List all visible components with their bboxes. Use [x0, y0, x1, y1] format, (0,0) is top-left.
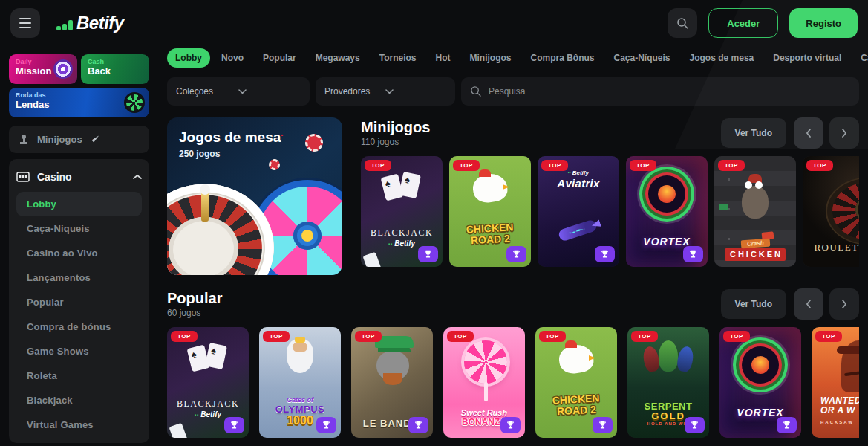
game-art-text: 1000 [287, 415, 313, 426]
top-badge: TOP [263, 331, 290, 342]
sidebar-item-popular[interactable]: Popular [16, 290, 142, 314]
jogos-de-mesa-category-card[interactable]: Jogos de mesa• 250 jogos [167, 117, 342, 275]
header-search-button[interactable] [668, 8, 697, 38]
sidebar-item-lançamentos[interactable]: Lançamentos [16, 265, 142, 290]
chevron-down-icon [385, 89, 446, 94]
trophy-badge[interactable] [418, 246, 438, 262]
tab-hot[interactable]: Hot [427, 48, 458, 68]
roda-das-lendas-banner[interactable]: Roda das Lendas [9, 88, 149, 117]
minijogos-prev-button[interactable] [794, 117, 823, 149]
tab-novo[interactable]: Novo [213, 48, 252, 68]
popular-next-button[interactable] [829, 288, 859, 320]
popular-section: Popular60 jogosVer TudoBLACKJACKBetifyTO… [167, 288, 859, 438]
cash-back-banner[interactable]: Cash Back [81, 54, 149, 84]
register-button[interactable]: Registo [789, 8, 858, 38]
game-card-roulette[interactable]: ROULETTETOP [803, 156, 859, 267]
sidebar-item-lobby[interactable]: Lobby [16, 192, 142, 216]
trophy-badge[interactable] [506, 246, 526, 262]
roulette-wheel-illustration [167, 175, 282, 275]
game-card-crash-chicken[interactable]: CrashCHICKENTOP [714, 156, 796, 267]
game-art-text: CHICKEN [725, 248, 786, 261]
tab-caça-níqueis[interactable]: Caça-Níqueis [606, 48, 679, 68]
game-art-text: ROULETTE [814, 242, 859, 253]
game-artwork: WANTEDOR A WHACKSAW [812, 327, 859, 438]
menu-toggle-button[interactable] [10, 8, 40, 38]
sidebar: Daily Mission Cash Back Roda das Lendas [9, 46, 149, 446]
game-card-blackjack[interactable]: BLACKJACKBetifyTOP [361, 156, 443, 267]
sidebar-item-virtual-games[interactable]: Virtual Games [16, 413, 142, 437]
chevron-left-icon [806, 300, 812, 308]
tab-torneios[interactable]: Torneios [371, 48, 425, 68]
tab-popular[interactable]: Popular [255, 48, 304, 68]
popular-view-all-button[interactable]: Ver Tudo [721, 289, 786, 319]
joystick-icon [18, 134, 30, 146]
casino-chip-icon [303, 132, 326, 155]
game-card-serpent-gold[interactable]: SERPENTGOLDHOLD AND WINTOP [627, 327, 709, 438]
trophy-badge[interactable] [685, 417, 705, 433]
trophy-icon [506, 421, 515, 430]
sidebar-casino-header[interactable]: Casino [16, 162, 142, 192]
trophy-badge[interactable] [777, 417, 797, 433]
tab-minijogos[interactable]: Minijogos [461, 48, 519, 68]
top-badge: TOP [718, 160, 745, 171]
trophy-badge[interactable] [408, 417, 428, 433]
game-card-sweet-rush-bonanza[interactable]: Sweet RushBONANZATOP [443, 327, 525, 438]
daily-mission-banner[interactable]: Daily Mission [9, 54, 77, 84]
game-art-text: OR A W [820, 406, 855, 416]
trophy-badge[interactable] [595, 246, 615, 262]
tab-desporto-virtual[interactable]: Desporto virtual [765, 48, 849, 68]
section-game-count: 110 jogos [361, 137, 721, 147]
sidebar-item-roleta[interactable]: Roleta [16, 363, 142, 388]
game-artwork: CrashCHICKEN [714, 156, 796, 267]
providers-select[interactable]: Provedores [316, 77, 455, 106]
tab-compra-bônus[interactable]: Compra Bônus [522, 48, 602, 68]
section-titles: Popular60 jogos [167, 290, 721, 318]
sidebar-item-casino-ao-vivo[interactable]: Casino ao Vivo [16, 241, 142, 265]
game-art-text: Crash [740, 239, 769, 249]
game-card-wanted-dead-or-a-wild[interactable]: WANTEDOR A WHACKSAWTOP [812, 327, 859, 438]
tab-lobby[interactable]: Lobby [167, 48, 210, 68]
game-art-text: HACKSAW [820, 420, 854, 424]
game-card-vortex[interactable]: VORTEXTOP [719, 327, 801, 438]
minijogos-cards-row: BLACKJACKBetifyTOPCHICKENROAD 2TOPBetify… [361, 156, 859, 267]
sidebar-item-caça-niqueis[interactable]: Caça-Niqueis [16, 216, 142, 241]
game-card-aviatrix[interactable]: BetifyAviatrixTOP [538, 156, 619, 267]
game-art-text: Betify [568, 169, 589, 176]
sidebar-item-minijogos[interactable]: Minijogos [9, 126, 149, 153]
tab-cassino-ao-vivo[interactable]: Cassino ao vivo [852, 48, 868, 68]
tab-jogos-de-mesa[interactable]: Jogos de mesa [682, 48, 763, 68]
login-button[interactable]: Aceder [708, 8, 778, 38]
section-game-count: 60 jogos [167, 308, 721, 318]
header-actions: Aceder Registo [668, 8, 858, 38]
top-content-row: Jogos de mesa• 250 jogos Minijogos110 jo… [167, 117, 859, 275]
sidebar-item-blackjack[interactable]: Blackjack [16, 388, 142, 413]
tab-megaways[interactable]: Megaways [307, 48, 368, 68]
sidebar-item-game-shows[interactable]: Game Shows [16, 339, 142, 363]
game-art-text: Betify [195, 410, 221, 418]
sidebar-item-compra-de-bónus[interactable]: Compra de bónus [16, 314, 142, 339]
casino-chip-icon [268, 158, 281, 172]
popular-prev-button[interactable] [794, 288, 823, 320]
chevron-right-icon [841, 300, 847, 308]
game-card-le-bandit[interactable]: LE BANDITTOP [351, 327, 433, 438]
chevron-right-icon [841, 129, 847, 138]
trophy-badge[interactable] [683, 246, 703, 262]
minijogos-view-all-button[interactable]: Ver Tudo [721, 118, 786, 148]
trophy-badge[interactable] [224, 417, 244, 433]
game-card-blackjack[interactable]: BLACKJACKBetifyTOP [167, 327, 249, 438]
section-titles: Minijogos110 jogos [361, 119, 721, 147]
red-mark: • [281, 132, 283, 138]
trophy-badge[interactable] [316, 417, 336, 433]
game-art-text: Aviatrix [557, 177, 599, 190]
trophy-badge[interactable] [593, 417, 613, 433]
collections-select[interactable]: Coleções [167, 77, 310, 106]
game-search-input[interactable] [489, 86, 850, 97]
game-card-vortex[interactable]: VORTEXTOP [626, 156, 708, 267]
brand-logo[interactable]: Betify [56, 13, 124, 33]
trophy-badge[interactable] [500, 417, 521, 433]
game-card-gates-of-olympus-1000[interactable]: Gates ofOLYMPUS1000TOP [259, 327, 341, 438]
brand-bars-icon [56, 20, 73, 33]
game-card-chicken-road-2[interactable]: CHICKENROAD 2TOP [535, 327, 617, 438]
game-card-chicken-road-2[interactable]: CHICKENROAD 2TOP [449, 156, 531, 267]
minijogos-next-button[interactable] [829, 117, 859, 149]
